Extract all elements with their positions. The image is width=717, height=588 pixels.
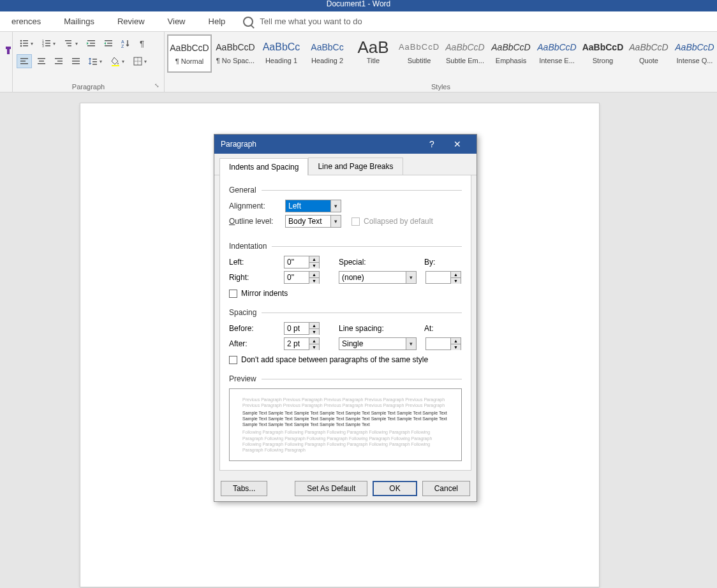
svg-rect-33 bbox=[72, 58, 80, 59]
spin-down-icon[interactable]: ▼ bbox=[309, 263, 319, 268]
after-input[interactable] bbox=[285, 338, 309, 349]
by-spinner[interactable]: ▲▼ bbox=[425, 271, 461, 284]
paragraph-dialog: Paragraph ? ✕ Indents and Spacing Line a… bbox=[214, 134, 477, 502]
style-preview: AaBbCcD bbox=[214, 38, 257, 57]
section-spacing: Spacing bbox=[229, 308, 462, 317]
spin-up-icon[interactable]: ▲ bbox=[451, 338, 461, 344]
cancel-button[interactable]: Cancel bbox=[422, 481, 470, 496]
style-item-heading-1[interactable]: AaBbCcHeading 1 bbox=[259, 34, 304, 73]
help-button[interactable]: ? bbox=[419, 135, 445, 154]
ok-button[interactable]: OK bbox=[373, 481, 417, 496]
justify-button[interactable] bbox=[68, 54, 84, 68]
tell-me-search[interactable]: Tell me what you want to do bbox=[243, 17, 362, 27]
indent-right-input[interactable] bbox=[285, 272, 309, 283]
style-preview: AaBbCc bbox=[306, 38, 349, 57]
special-label: Special: bbox=[339, 258, 396, 267]
style-name: Intense Q... bbox=[673, 57, 716, 64]
style-name: Heading 2 bbox=[306, 57, 349, 64]
shading-button[interactable]: ▾ bbox=[108, 54, 128, 68]
before-input[interactable] bbox=[285, 323, 309, 334]
special-select[interactable]: (none)▾ bbox=[339, 271, 417, 284]
spin-up-icon[interactable]: ▲ bbox=[309, 323, 319, 329]
tab-review[interactable]: Review bbox=[106, 11, 156, 32]
decrease-indent-button[interactable] bbox=[84, 36, 99, 50]
paragraph-launcher-icon[interactable]: ⤡ bbox=[154, 82, 162, 90]
align-left-button[interactable] bbox=[17, 54, 32, 68]
increase-indent-button[interactable] bbox=[101, 36, 116, 50]
style-preview: AaBbCcD bbox=[489, 38, 533, 57]
svg-rect-11 bbox=[45, 45, 50, 47]
style-item-intense-e-[interactable]: AaBbCcDIntense E... bbox=[535, 34, 579, 73]
spin-down-icon[interactable]: ▼ bbox=[309, 278, 319, 284]
dont-add-space-checkbox[interactable] bbox=[229, 356, 237, 364]
svg-rect-37 bbox=[92, 61, 97, 62]
style-item-subtitle[interactable]: AaBbCcDSubtitle bbox=[397, 34, 441, 73]
alignment-select[interactable]: Left▾ bbox=[285, 200, 341, 212]
dialog-title: Paragraph bbox=[221, 140, 256, 149]
svg-rect-7 bbox=[45, 40, 50, 41]
style-item-emphasis[interactable]: AaBbCcDEmphasis bbox=[489, 34, 533, 73]
style-item-title[interactable]: AaBTitle bbox=[351, 34, 395, 73]
tab-view[interactable]: View bbox=[156, 11, 197, 32]
at-spinner[interactable]: ▲▼ bbox=[425, 337, 461, 350]
spin-up-icon[interactable]: ▲ bbox=[309, 338, 319, 344]
style-preview: AaBbCc bbox=[260, 38, 303, 57]
indent-right-spinner[interactable]: ▲▼ bbox=[284, 271, 320, 284]
spin-up-icon[interactable]: ▲ bbox=[309, 256, 319, 263]
set-as-default-button[interactable]: Set As Default bbox=[295, 481, 367, 496]
multilevel-list-button[interactable]: ▾ bbox=[61, 36, 82, 50]
style-item-quote[interactable]: AaBbCcDQuote bbox=[626, 34, 671, 73]
line-spacing-select[interactable]: Single▾ bbox=[339, 337, 417, 350]
style-name: Quote bbox=[627, 57, 670, 64]
tab-indents-spacing[interactable]: Indents and Spacing bbox=[219, 158, 308, 175]
style-item--normal[interactable]: AaBbCcD¶ Normal bbox=[167, 34, 212, 73]
spin-down-icon[interactable]: ▼ bbox=[451, 344, 461, 350]
tabs-button[interactable]: Tabs... bbox=[221, 481, 267, 496]
borders-button[interactable]: ▾ bbox=[130, 54, 151, 68]
style-name: Intense E... bbox=[535, 57, 579, 64]
before-spinner[interactable]: ▲▼ bbox=[284, 322, 320, 335]
at-input[interactable] bbox=[426, 338, 450, 349]
svg-rect-12 bbox=[65, 40, 71, 41]
numbering-button[interactable]: 123▾ bbox=[39, 36, 59, 50]
style-item-intense-q-[interactable]: AaBbCcDIntense Q... bbox=[672, 34, 717, 73]
style-preview: AaBbCcD bbox=[581, 38, 625, 57]
by-input[interactable] bbox=[426, 272, 450, 283]
style-item-strong[interactable]: AaBbCcDStrong bbox=[580, 34, 625, 73]
style-item-heading-2[interactable]: AaBbCcHeading 2 bbox=[305, 34, 350, 73]
dont-add-space-label: Don't add space between paragraphs of th… bbox=[241, 355, 428, 364]
tab-line-page-breaks[interactable]: Line and Page Breaks bbox=[308, 158, 403, 175]
indent-left-input[interactable] bbox=[285, 256, 309, 268]
ribbon-tabs: erences Mailings Review View Help Tell m… bbox=[0, 11, 717, 32]
close-button[interactable]: ✕ bbox=[445, 135, 470, 154]
align-center-button[interactable] bbox=[34, 54, 49, 68]
tab-help[interactable]: Help bbox=[197, 11, 237, 32]
spin-down-icon[interactable]: ▼ bbox=[451, 278, 461, 284]
ribbon-body: ⤡ ▾ 123▾ ▾ AZ ¶ ▾ ▾ ▾ Paragraph ⤡ AaBbCc… bbox=[0, 32, 717, 92]
indent-left-label: Left: bbox=[229, 258, 279, 267]
style-name: Strong bbox=[581, 57, 625, 64]
spin-down-icon[interactable]: ▼ bbox=[309, 344, 319, 350]
spin-up-icon[interactable]: ▲ bbox=[309, 272, 319, 278]
spin-down-icon[interactable]: ▼ bbox=[309, 329, 319, 335]
bullets-button[interactable]: ▾ bbox=[17, 36, 37, 50]
style-name: ¶ No Spac... bbox=[214, 57, 257, 64]
mirror-indents-checkbox[interactable] bbox=[229, 290, 237, 298]
dialog-titlebar[interactable]: Paragraph ? ✕ bbox=[214, 135, 477, 154]
show-hide-button[interactable]: ¶ bbox=[135, 36, 151, 50]
outline-level-select[interactable]: Body Text▾ bbox=[285, 215, 341, 228]
indent-left-spinner[interactable]: ▲▼ bbox=[284, 256, 320, 268]
svg-rect-13 bbox=[66, 43, 71, 44]
style-item-subtle-em-[interactable]: AaBbCcDSubtle Em... bbox=[443, 34, 487, 73]
tab-references[interactable]: erences bbox=[0, 11, 52, 32]
style-item--no-spac-[interactable]: AaBbCcD¶ No Spac... bbox=[213, 34, 258, 73]
svg-rect-28 bbox=[39, 61, 44, 62]
style-preview: AaBbCcD bbox=[673, 38, 716, 57]
after-spinner[interactable]: ▲▼ bbox=[284, 337, 320, 350]
sort-button[interactable]: AZ bbox=[118, 36, 133, 50]
spin-up-icon[interactable]: ▲ bbox=[451, 272, 461, 278]
tab-mailings[interactable]: Mailings bbox=[52, 11, 106, 32]
align-right-button[interactable] bbox=[51, 54, 66, 68]
svg-rect-29 bbox=[38, 63, 45, 64]
line-spacing-button[interactable]: ▾ bbox=[85, 54, 106, 68]
